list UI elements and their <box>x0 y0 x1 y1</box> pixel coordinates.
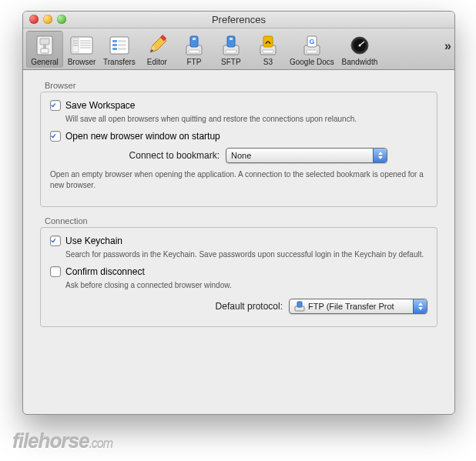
group-box: Use Keychain Search for passwords in the… <box>40 227 437 327</box>
use-keychain-label: Use Keychain <box>65 236 122 246</box>
svg-rect-38 <box>307 50 317 53</box>
save-workspace-description: Will save all open browsers when quittin… <box>65 114 427 125</box>
watermark-brand: filehorse <box>12 429 89 453</box>
group-title: Browser <box>45 81 437 90</box>
disk-blue-icon <box>183 34 206 57</box>
svg-point-42 <box>358 45 360 47</box>
tab-s3[interactable]: S3 <box>250 31 287 68</box>
watermark: filehorse.com <box>12 429 112 453</box>
svg-rect-44 <box>297 302 302 307</box>
svg-rect-16 <box>112 44 117 46</box>
preferences-toolbar: General Browser Transfers Editor <box>23 28 454 70</box>
svg-rect-19 <box>118 48 126 50</box>
tab-label: Editor <box>147 58 167 66</box>
disk-s3-icon <box>256 34 280 57</box>
tab-bandwidth[interactable]: Bandwidth <box>337 31 382 68</box>
preferences-window: Preferences General Browser Transfers <box>22 11 455 415</box>
open-new-window-checkbox[interactable] <box>50 131 61 142</box>
svg-rect-1 <box>40 38 49 45</box>
svg-rect-15 <box>118 40 126 42</box>
tab-label: SFTP <box>221 58 241 66</box>
tab-sftp[interactable]: SFTP <box>213 31 250 68</box>
default-protocol-label: Default protocol: <box>216 301 283 312</box>
disk-blue-icon <box>294 301 305 312</box>
use-keychain-checkbox[interactable] <box>50 236 61 246</box>
window-controls <box>29 15 66 24</box>
minimize-icon[interactable] <box>43 15 52 24</box>
confirm-disconnect-description: Ask before closing a connected browser w… <box>65 280 427 291</box>
use-keychain-description: Search for passwords in the Keychain. Sa… <box>65 249 427 260</box>
open-new-window-label: Open new browser window on startup <box>65 131 220 142</box>
default-protocol-popup[interactable]: FTP (File Transfer Prot <box>289 299 427 314</box>
confirm-disconnect-label: Confirm disconnect <box>65 266 145 277</box>
zoom-icon[interactable] <box>57 15 66 24</box>
tab-google-docs[interactable]: G Google Docs <box>287 31 337 68</box>
browser-list-icon <box>70 34 93 57</box>
tab-transfers[interactable]: Transfers <box>100 31 139 68</box>
svg-rect-31 <box>226 50 236 53</box>
pencil-icon <box>146 34 169 57</box>
close-icon[interactable] <box>29 15 39 24</box>
popup-arrows-icon <box>413 299 427 313</box>
group-browser: Browser Save Workspace Will save all ope… <box>40 81 437 207</box>
svg-rect-34 <box>263 50 273 53</box>
group-box: Save Workspace Will save all open browse… <box>40 92 437 207</box>
default-protocol-value: FTP (File Transfer Prot <box>308 302 394 311</box>
svg-rect-30 <box>230 38 233 40</box>
group-title: Connection <box>45 216 437 225</box>
svg-rect-2 <box>43 44 46 48</box>
tab-label: FTP <box>186 58 201 66</box>
tab-ftp[interactable]: FTP <box>176 31 213 68</box>
tab-label: Bandwidth <box>342 58 378 66</box>
tab-label: Browser <box>68 58 96 66</box>
window-title: Preferences <box>212 14 266 25</box>
disk-blue-icon <box>220 34 243 57</box>
save-workspace-checkbox[interactable] <box>50 100 61 111</box>
gauge-icon <box>348 34 371 57</box>
svg-rect-26 <box>193 38 196 40</box>
svg-rect-18 <box>112 48 117 50</box>
connect-bookmark-popup[interactable]: None <box>226 148 387 163</box>
watermark-tld: .com <box>89 437 112 450</box>
tab-label: General <box>31 58 59 66</box>
tab-browser[interactable]: Browser <box>63 31 100 68</box>
confirm-disconnect-checkbox[interactable] <box>50 266 61 277</box>
svg-rect-27 <box>189 50 199 53</box>
connect-bookmark-label: Connect to bookmark: <box>96 150 220 161</box>
tab-general[interactable]: General <box>26 31 63 68</box>
disk-google-icon: G <box>300 34 323 57</box>
toolbar-overflow-icon[interactable]: » <box>444 39 451 53</box>
svg-rect-14 <box>112 40 117 42</box>
titlebar: Preferences <box>23 12 454 28</box>
tab-label: S3 <box>263 58 273 66</box>
tab-label: Google Docs <box>290 58 334 66</box>
svg-rect-3 <box>41 48 49 53</box>
popup-arrows-icon <box>373 149 387 162</box>
tab-label: Transfers <box>103 58 136 66</box>
content-area: Browser Save Workspace Will save all ope… <box>23 70 454 344</box>
group-connection: Connection Use Keychain Search for passw… <box>40 216 437 327</box>
svg-text:G: G <box>309 38 314 45</box>
connect-bookmark-value: None <box>231 151 251 160</box>
transfers-icon <box>108 34 131 57</box>
tab-editor[interactable]: Editor <box>139 31 176 68</box>
svg-rect-17 <box>118 44 126 46</box>
save-workspace-label: Save Workspace <box>65 100 136 111</box>
connect-bookmark-description: Open an empty browser when opening the a… <box>50 169 427 191</box>
switch-icon <box>33 34 56 57</box>
